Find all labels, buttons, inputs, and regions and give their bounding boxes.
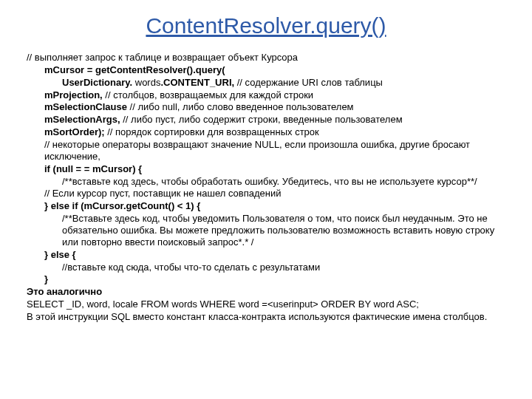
code-text: // порядок сортировки для возвращенных с… [105,126,319,137]
code-bold: } else if (mCursor.getCount() < 1) { [44,200,200,211]
code-bold: mSelectionArgs, [44,114,120,125]
code-line: mCursor = getContentResolver().query( [27,64,505,76]
code-line: // выполняет запрос к таблице и возвраща… [27,52,505,64]
code-line: /**Вставьте здесь код, чтобы уведомить П… [27,213,505,248]
code-text: // столбцов, возвращаемых для каждой стр… [103,89,313,100]
code-text: /**Вставьте здесь код, чтобы уведомить П… [62,213,494,248]
code-line: //вставьте код сюда, чтобы что-то сделат… [27,262,505,273]
code-text: // либо пуст, либо содержит строки, введ… [120,114,403,125]
code-bold: mProjection, [44,89,103,100]
code-bold: mSelectionClause [44,101,127,112]
code-bold: .CONTENT_URI, [160,77,234,88]
code-line: mProjection, // столбцов, возвращаемых д… [27,89,505,101]
code-line: } [27,273,505,285]
text-line: В этой инструкции SQL вместо констант кл… [27,311,505,323]
code-bold: if (null = = mCursor) { [44,163,142,174]
code-line: // некоторые операторы возвращают значен… [27,139,505,163]
code-text: words [132,77,160,88]
code-line: mSortOrder); // порядок сортировки для в… [27,126,505,138]
slide-title: ContentResolver.query() [27,13,505,38]
code-bold: mSortOrder); [44,126,105,137]
slide-body: // выполняет запрос к таблице и возвраща… [27,52,505,323]
code-line: } else { [27,249,505,261]
code-line: /**вставьте код здесь, чтобы обработать … [27,176,505,188]
code-line: if (null = = mCursor) { [27,163,505,175]
code-line: mSelectionClause // либо null, либо слов… [27,101,505,113]
text-line: Это аналогично [27,286,505,298]
text-bold: Это аналогично [27,286,102,297]
code-bold: } [44,273,48,284]
text-line: SELECT _ID, word, locale FROM words WHER… [27,299,505,310]
code-line: } else if (mCursor.getCount() < 1) { [27,200,505,212]
code-line: UserDictionary. words.CONTENT_URI, // со… [27,77,505,89]
code-bold: mCursor = getContentResolver().query( [44,64,225,75]
code-text: /**вставьте код здесь, чтобы обработать … [62,176,477,187]
code-bold: UserDictionary. [62,77,132,88]
code-line: mSelectionArgs, // либо пуст, либо содер… [27,114,505,126]
code-text: // либо null, либо слово введенное польз… [127,101,354,112]
code-text: // содержание URI слов таблицы [234,77,383,88]
code-bold: } else { [44,249,76,260]
code-line: // Если курсор пуст, поставщик не нашел … [27,188,505,200]
